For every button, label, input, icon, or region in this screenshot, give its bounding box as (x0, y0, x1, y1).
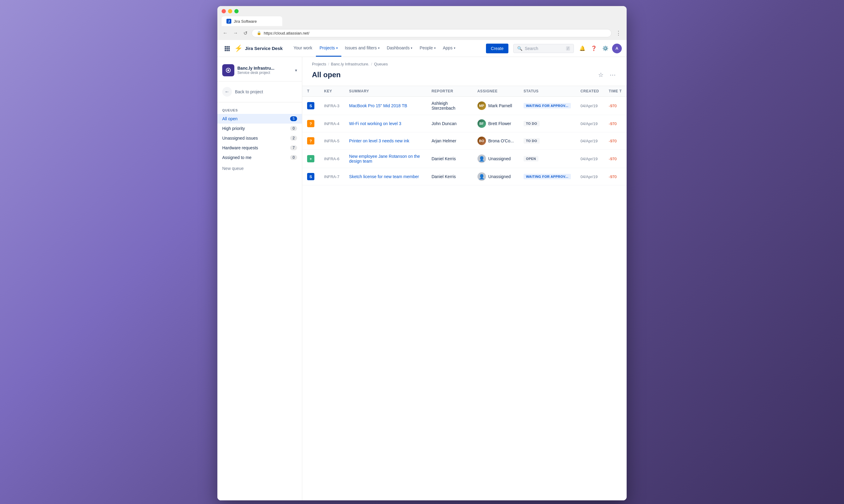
assignee-cell: MP Mark Parnell (472, 96, 519, 115)
nav-projects[interactable]: Projects ▾ (316, 40, 341, 57)
reporter-name: Arjan Helmer (431, 139, 456, 143)
table-row[interactable]: S INFRA-7 Sketch license for new team me… (302, 168, 627, 185)
new-queue-link[interactable]: New queue (217, 162, 302, 175)
assigned-me-badge: 0 (290, 155, 297, 160)
sidebar-item-high-priority[interactable]: High priority 0 (217, 124, 302, 133)
grid-icon[interactable] (222, 43, 232, 53)
assignee-container: 👤 Unassigned (478, 155, 514, 163)
address-bar[interactable]: 🔒 https://cloud.atlassian.net/ (252, 29, 612, 37)
nav-dashboards[interactable]: Dashboards ▾ (383, 40, 416, 57)
nav-apps[interactable]: Apps ▾ (439, 40, 459, 57)
assignee-name: Unassigned (488, 156, 511, 161)
svg-rect-8 (228, 50, 230, 51)
address-bar-row: ← → ↺ 🔒 https://cloud.atlassian.net/ ⋮ (217, 26, 627, 40)
project-type: Service desk project (237, 71, 292, 75)
issue-summary[interactable]: New employee Jane Rotanson on the design… (349, 154, 420, 164)
user-avatar[interactable]: A (612, 43, 622, 53)
unassigned-label: Unassigned issues (222, 136, 258, 141)
type-cell: S (302, 96, 319, 115)
col-type: T (302, 86, 319, 96)
col-key: Key (319, 86, 344, 96)
maximize-button[interactable] (234, 9, 239, 13)
notifications-button[interactable]: 🔔 (578, 43, 587, 53)
created-cell: 04/Apr/19 (576, 96, 604, 115)
lock-icon: 🔒 (257, 31, 261, 35)
created-date: 04/Apr/19 (581, 122, 598, 126)
issue-type-icon: S (307, 102, 314, 109)
back-to-project[interactable]: ← Back to project (217, 84, 302, 100)
table-row[interactable]: ? INFRA-5 Printer on level 3 needs new i… (302, 132, 627, 150)
breadcrumb-queues[interactable]: Queues (374, 62, 388, 66)
app-content: ⚡ Jira Service Desk Your work Projects ▾… (217, 40, 627, 500)
project-info: Banc.ly Infrastru... Service desk projec… (237, 66, 292, 75)
issue-type-icon: + (307, 155, 314, 162)
reporter-cell: John Duncan (427, 115, 472, 132)
assignee-name: Mark Parnell (488, 103, 512, 108)
reload-button[interactable]: ↺ (242, 29, 248, 37)
unassigned-icon: 👤 (478, 155, 486, 163)
project-switcher[interactable]: Banc.ly Infrastru... Service desk projec… (217, 62, 302, 79)
minimize-button[interactable] (228, 9, 232, 13)
nav-people[interactable]: People ▾ (416, 40, 439, 57)
issue-summary[interactable]: Printer on level 3 needs new ink (349, 139, 409, 143)
nav-your-work[interactable]: Your work (290, 40, 316, 57)
issue-key[interactable]: INFRA-3 (324, 104, 340, 108)
back-button[interactable]: ← (222, 29, 229, 37)
key-cell: INFRA-6 (319, 150, 344, 168)
key-cell: INFRA-4 (319, 115, 344, 132)
issue-type-icon: ? (307, 137, 314, 144)
more-options-button[interactable]: ⋯ (608, 70, 617, 80)
assignee-container: BF Brett Flower (478, 119, 514, 128)
browser-tab[interactable]: J Jira Software (222, 16, 282, 26)
status-badge: TO DO (523, 138, 540, 144)
search-box[interactable]: 🔍 Search / (513, 44, 574, 53)
apps-label: Apps (443, 46, 453, 50)
col-created: Created (576, 86, 604, 96)
time-cell: -970 (604, 115, 627, 132)
created-cell: 04/Apr/19 (576, 168, 604, 185)
issue-summary[interactable]: Sketch license for new team member (349, 174, 419, 179)
reporter-name: Daniel Kerris (431, 174, 455, 179)
nav-issues[interactable]: Issues and filters ▾ (341, 40, 383, 57)
browser-more-button[interactable]: ⋮ (615, 29, 622, 38)
table-row[interactable]: ? INFRA-4 Wi-Fi not working on level 3 J… (302, 115, 627, 132)
browser-tabs: J Jira Software (222, 16, 622, 26)
issue-type-icon: ? (307, 120, 314, 127)
created-date: 04/Apr/19 (581, 104, 598, 108)
breadcrumb-project[interactable]: Banc.ly Infrastructure. (331, 62, 369, 66)
help-button[interactable]: ❓ (589, 43, 599, 53)
issue-key[interactable]: INFRA-6 (324, 157, 340, 161)
assignee-container: 👤 Unassigned (478, 172, 514, 181)
status-badge: WAITING FOR APPROV... (523, 103, 571, 108)
create-button[interactable]: Create (486, 43, 509, 53)
issue-summary[interactable]: MacBook Pro 15" Mid 2018 TB (349, 103, 407, 108)
col-reporter: Reporter (427, 86, 472, 96)
sidebar-item-assigned-me[interactable]: Assigned to me 0 (217, 152, 302, 162)
reporter-cell: Daniel Kerris (427, 168, 472, 185)
time-value: -970 (609, 175, 617, 179)
project-chevron-icon: ▾ (295, 68, 297, 73)
sidebar-item-hardware[interactable]: Hardware requests 7 (217, 143, 302, 152)
svg-rect-6 (225, 50, 226, 51)
issue-key[interactable]: INFRA-5 (324, 139, 340, 143)
issue-summary[interactable]: Wi-Fi not working on level 3 (349, 121, 401, 126)
breadcrumb-projects[interactable]: Projects (312, 62, 326, 66)
high-priority-badge: 0 (290, 126, 297, 131)
table-row[interactable]: + INFRA-6 New employee Jane Rotanson on … (302, 150, 627, 168)
app-logo[interactable]: ⚡ Jira Service Desk (234, 44, 282, 52)
nav-links: Your work Projects ▾ Issues and filters … (290, 40, 481, 57)
settings-button[interactable]: ⚙️ (601, 43, 610, 53)
created-date: 04/Apr/19 (581, 157, 598, 161)
sidebar-item-all-open[interactable]: All open 5 (217, 114, 302, 124)
issue-key[interactable]: INFRA-4 (324, 122, 340, 126)
star-button[interactable]: ☆ (597, 70, 605, 80)
table-row[interactable]: S INFRA-3 MacBook Pro 15" Mid 2018 TB As… (302, 96, 627, 115)
search-placeholder: Search (525, 46, 564, 51)
forward-button[interactable]: → (232, 29, 239, 37)
status-badge: TO DO (523, 121, 540, 126)
sidebar-item-unassigned[interactable]: Unassigned issues 2 (217, 133, 302, 143)
all-open-badge: 5 (290, 116, 297, 121)
close-button[interactable] (222, 9, 226, 13)
svg-rect-2 (228, 46, 230, 48)
issue-key[interactable]: INFRA-7 (324, 175, 340, 179)
